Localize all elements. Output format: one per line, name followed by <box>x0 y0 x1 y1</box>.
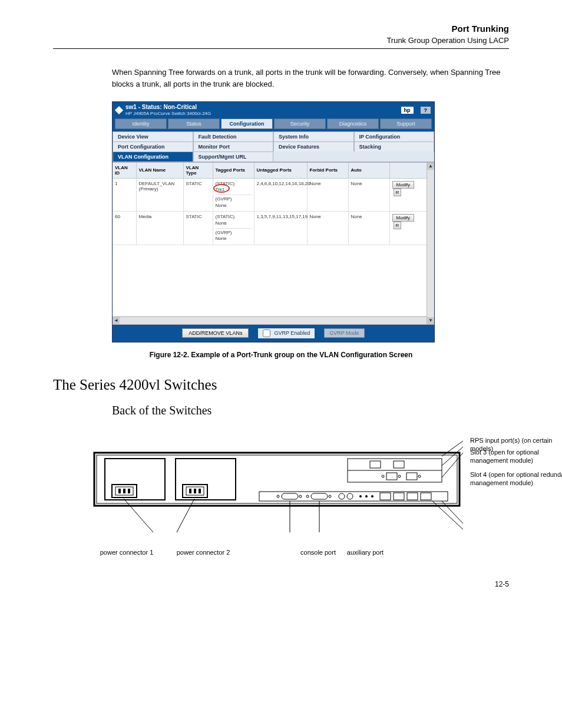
scroll-left-arrow-icon[interactable]: ◄ <box>113 317 120 324</box>
svg-rect-27 <box>394 493 404 500</box>
gvrp-enabled-checkbox[interactable] <box>263 330 270 337</box>
label-slot4: Slot 4 (open for optional redundant mana… <box>470 470 562 487</box>
col-untagged-ports: Untagged Ports <box>254 163 307 179</box>
tagged-static-value: None <box>216 220 252 226</box>
subtab-device-features[interactable]: Device Features <box>273 141 354 151</box>
gvrp-mode-button[interactable]: GVRP Mode <box>324 328 364 338</box>
col-auto: Auto <box>348 163 389 179</box>
tab-status[interactable]: Status <box>168 118 220 129</box>
modify-button[interactable]: Modify <box>392 181 415 189</box>
tagged-gvrp-label: (GVRP) <box>216 228 252 236</box>
svg-point-38 <box>418 475 421 477</box>
window-footer: ADD/REMOVE VLANs GVRP Enabled GVRP Mode <box>113 325 434 342</box>
svg-point-17 <box>299 495 302 498</box>
tab-identity[interactable]: Identity <box>115 118 167 129</box>
add-remove-vlans-button[interactable]: ADD/REMOVE VLANs <box>182 328 249 338</box>
scroll-down-arrow-icon[interactable]: ▼ <box>427 317 434 324</box>
window-titlebar: sw1 - Status: Non-Critical HP J4905A Pro… <box>113 102 434 118</box>
svg-rect-13 <box>199 489 201 493</box>
section-subheading: Trunk Group Operation Using LACP <box>53 36 509 45</box>
cell-auto: None <box>348 178 389 212</box>
switch-admin-window: sw1 - Status: Non-Critical HP J4905A Pro… <box>112 101 435 342</box>
svg-rect-33 <box>394 461 404 468</box>
svg-rect-11 <box>189 489 191 493</box>
tab-security[interactable]: Security <box>274 118 326 129</box>
figure-caption: Figure 12-2. Example of a Port-Trunk gro… <box>53 351 509 359</box>
sub-tabs: Device View Fault Detection System Info … <box>113 131 434 162</box>
svg-point-21 <box>339 493 345 499</box>
table-empty-area <box>113 245 427 317</box>
svg-rect-16 <box>282 493 298 499</box>
help-button[interactable]: ? <box>421 107 431 114</box>
r-button[interactable]: R <box>394 189 402 196</box>
tagged-static-label: (STATIC) <box>216 214 252 220</box>
svg-rect-32 <box>370 461 381 468</box>
r-button[interactable]: R <box>394 222 402 229</box>
tab-support[interactable]: Support <box>380 118 432 129</box>
svg-point-18 <box>306 495 309 498</box>
cell-tagged-ports: (STATIC) None (GVRP) None <box>213 212 254 245</box>
scroll-track[interactable] <box>427 170 434 317</box>
cell-vlan-type: STATIC <box>183 212 213 245</box>
cell-vlan-id: 1 <box>113 178 136 212</box>
svg-rect-35 <box>386 473 397 480</box>
table-row: 1 DEFAULT_VLAN (Primary) STATIC (STATIC)… <box>113 178 427 212</box>
subtab-device-view[interactable]: Device View <box>113 131 193 141</box>
scroll-up-arrow-icon[interactable]: ▲ <box>427 163 434 170</box>
cell-auto: None <box>348 212 389 245</box>
power-connector-2-icon <box>183 485 207 498</box>
tagged-gvrp-value: None <box>216 236 252 242</box>
table-row: 60 Media STATIC (STATIC) None (GVRP) Non… <box>113 212 427 245</box>
console-port-icon <box>277 493 302 499</box>
subtab-vlan-configuration[interactable]: VLAN Configuration <box>113 151 193 162</box>
back-panel-diagram: RPS input port(s) (on certain models) Sl… <box>88 423 465 556</box>
section-heading: Port Trunking <box>53 24 509 34</box>
tagged-static-value: Trk1 <box>216 187 252 193</box>
subtab-stacking[interactable]: Stacking <box>354 141 435 151</box>
window-subtitle: HP J4905A ProCurve Switch 3400cl-24G <box>125 111 398 117</box>
cell-untagged: 1,3,5,7,9,11,13,15,17,19 <box>254 212 307 245</box>
subtab-fault-detection[interactable]: Fault Detection <box>193 131 274 141</box>
power-connector-1-icon <box>112 485 137 498</box>
horizontal-scrollbar[interactable]: ◄ ► <box>113 317 434 324</box>
cell-actions: Modify R <box>389 178 427 212</box>
tab-diagnostics[interactable]: Diagnostics <box>327 118 379 129</box>
cell-tagged-ports: (STATIC) Trk1 (GVRP) None <box>213 178 254 212</box>
svg-rect-28 <box>407 493 418 500</box>
h2-series: The Series 4200vl Switches <box>53 377 509 393</box>
svg-point-25 <box>371 495 373 498</box>
subtab-system-info[interactable]: System Info <box>273 131 354 141</box>
svg-rect-14 <box>259 492 448 501</box>
status-diamond-icon <box>115 106 123 114</box>
cell-vlan-type: STATIC <box>183 178 213 212</box>
subtab-support-mgmt-url[interactable]: Support/Mgmt URL <box>193 151 274 162</box>
vertical-scrollbar[interactable]: ▲ ▼ <box>427 163 434 324</box>
tab-configuration[interactable]: Configuration <box>221 118 273 129</box>
hp-logo: hp <box>401 107 414 114</box>
intro-paragraph: When Spanning Tree forwards on a trunk, … <box>112 67 509 90</box>
svg-rect-12 <box>194 489 196 493</box>
svg-rect-26 <box>380 493 391 500</box>
col-vlan-id: VLAN ID <box>113 163 136 179</box>
subtab-port-configuration[interactable]: Port Configuration <box>113 141 193 151</box>
modify-button[interactable]: Modify <box>392 214 415 222</box>
col-vlan-name: VLAN Name <box>136 163 183 179</box>
cell-forbid: None <box>307 178 348 212</box>
subtab-monitor-port[interactable]: Monitor Port <box>193 141 274 151</box>
primary-tabs: Identity Status Configuration Security D… <box>113 118 434 131</box>
subtab-ip-configuration[interactable]: IP Configuration <box>354 131 435 141</box>
window-title: sw1 - Status: Non-Critical <box>125 104 398 111</box>
h3-back: Back of the Switches <box>112 404 509 417</box>
scroll-track[interactable] <box>120 317 427 324</box>
svg-rect-37 <box>406 473 417 480</box>
cell-forbid: None <box>307 212 348 245</box>
col-actions <box>389 163 427 179</box>
label-auxiliary: auxiliary port <box>342 548 389 556</box>
svg-rect-19 <box>311 493 328 499</box>
svg-point-22 <box>347 493 353 499</box>
cell-vlan-id: 60 <box>113 212 136 245</box>
svg-line-42 <box>124 499 153 532</box>
svg-rect-29 <box>421 493 431 500</box>
gvrp-enabled-text: GVRP Enabled <box>274 330 310 336</box>
cell-actions: Modify R <box>389 212 427 245</box>
